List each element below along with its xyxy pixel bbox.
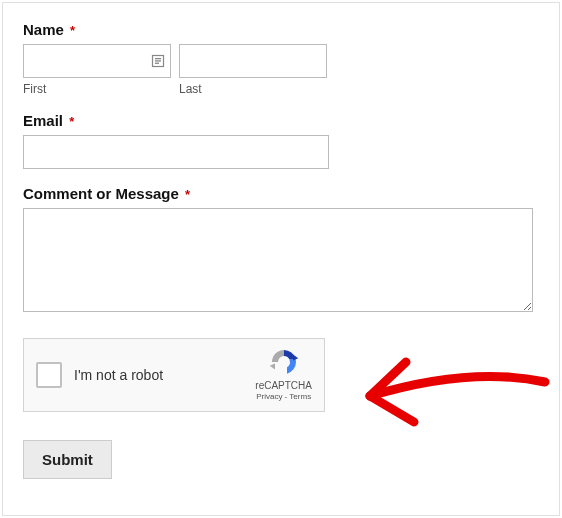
submit-button[interactable]: Submit	[23, 440, 112, 479]
svg-marker-5	[269, 364, 274, 370]
required-mark: *	[69, 114, 74, 129]
recaptcha-links: Privacy - Terms	[256, 392, 311, 402]
comment-field-group: Comment or Message *	[23, 185, 539, 316]
email-label-text: Email	[23, 112, 63, 129]
name-field-group: Name * First	[23, 21, 539, 96]
first-name-input-wrap	[23, 44, 171, 78]
email-label: Email *	[23, 112, 539, 129]
name-label-text: Name	[23, 21, 64, 38]
recaptcha-privacy-link[interactable]: Privacy	[256, 392, 282, 401]
comment-label: Comment or Message *	[23, 185, 539, 202]
recaptcha-checkbox[interactable]	[36, 362, 62, 388]
last-name-input[interactable]	[179, 44, 327, 78]
recaptcha-logo-icon	[268, 347, 300, 377]
email-input[interactable]	[23, 135, 329, 169]
first-name-input[interactable]	[23, 44, 171, 78]
first-name-sublabel: First	[23, 82, 171, 96]
comment-textarea[interactable]	[23, 208, 533, 312]
required-mark: *	[70, 23, 75, 38]
recaptcha-text: I'm not a robot	[74, 367, 255, 383]
recaptcha-brand-text: reCAPTCHA	[255, 379, 312, 392]
comment-label-text: Comment or Message	[23, 185, 179, 202]
last-name-sublabel: Last	[179, 82, 327, 96]
first-name-col: First	[23, 44, 171, 96]
name-row: First Last	[23, 44, 539, 96]
recaptcha-branding: reCAPTCHA Privacy - Terms	[255, 347, 312, 402]
recaptcha-widget: I'm not a robot reCAPTCHA Privacy - Term…	[23, 338, 325, 412]
recaptcha-terms-link[interactable]: Terms	[289, 392, 311, 401]
email-field-group: Email *	[23, 112, 539, 169]
name-label: Name *	[23, 21, 539, 38]
required-mark: *	[185, 187, 190, 202]
last-name-col: Last	[179, 44, 327, 96]
form-container: Name * First	[2, 2, 560, 516]
